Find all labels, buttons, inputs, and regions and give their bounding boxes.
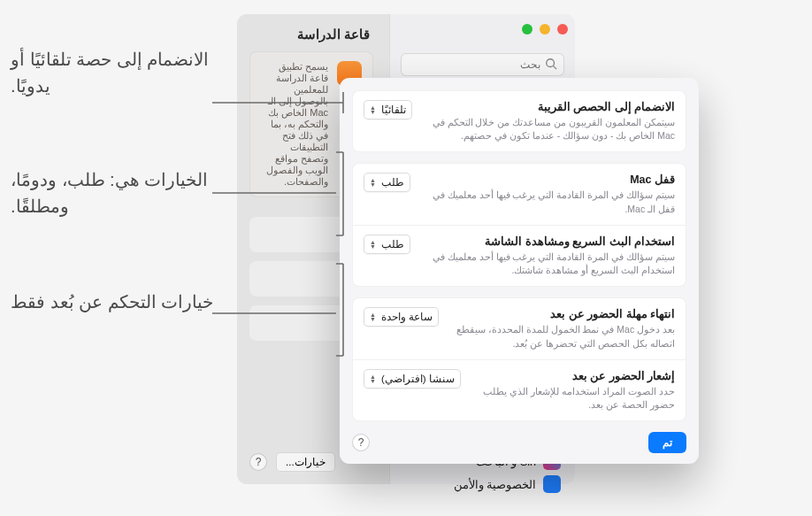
row-title: الانضمام إلى الحصص القريبة: [423, 100, 675, 113]
callout-join: الانضمام إلى حصة تلقائيًا أو يدويًا.: [11, 46, 214, 99]
row-description: سيتم سؤالك في المرة القادمة التي يرغب في…: [421, 189, 675, 215]
stepper-icon: ▲▼: [370, 178, 376, 187]
modal-group: قفل Macسيتم سؤالك في المرة القادمة التي …: [352, 163, 686, 287]
select-value: تلقائيًا: [381, 104, 406, 116]
callout-remote: خيارات التحكم عن بُعد فقط: [11, 289, 213, 315]
help-icon[interactable]: ?: [352, 434, 370, 451]
modal-row: الانضمام إلى الحصص القريبةسيتمكن المعلمو…: [353, 91, 686, 151]
modal-group: الانضمام إلى الحصص القريبةسيتمكن المعلمو…: [352, 90, 686, 152]
row-description: بعد دخول Mac في نمط الخمول للمدة المحددة…: [449, 323, 675, 350]
row-select[interactable]: طلب▲▼: [364, 173, 410, 192]
row-title: انتهاء مهلة الحضور عن بعد: [449, 307, 675, 320]
modal-footer: تم?: [352, 432, 686, 453]
modal-row: انتهاء مهلة الحضور عن بعدبعد دخول Mac في…: [353, 298, 686, 358]
row-select[interactable]: ساعة واحدة▲▼: [364, 307, 439, 327]
stepper-icon: ▲▼: [370, 240, 376, 249]
options-modal: الانضمام إلى الحصص القريبةسيتمكن المعلمو…: [340, 78, 699, 464]
row-select[interactable]: تلقائيًا▲▼: [364, 100, 412, 119]
select-value: ساعة واحدة: [381, 311, 433, 323]
modal-row: إشعار الحضور عن بعدحدد الصوت المراد استخ…: [353, 359, 686, 420]
stepper-icon: ▲▼: [370, 312, 376, 321]
stepper-icon: ▲▼: [370, 105, 376, 114]
row-title: قفل Mac: [421, 173, 675, 186]
stepper-icon: ▲▼: [370, 374, 376, 383]
select-value: سنشا (افتراضي): [381, 373, 455, 385]
row-title: إشعار الحضور عن بعد: [471, 369, 675, 382]
modal-row: استخدام البث السريع ومشاهدة الشاشةسيتم س…: [353, 225, 686, 286]
row-description: سيتم سؤالك في المرة القادمة التي يرغب في…: [421, 250, 675, 277]
done-button[interactable]: تم: [648, 432, 686, 453]
callout-choices: الخيارات هي: طلب، ودومًا، ومطلقًا.: [11, 166, 214, 219]
row-description: سيتمكن المعلمون القريبون من مساعدتك من خ…: [423, 116, 675, 142]
modal-group: انتهاء مهلة الحضور عن بعدبعد دخول Mac في…: [352, 297, 686, 421]
row-title: استخدام البث السريع ومشاهدة الشاشة: [421, 235, 675, 248]
row-description: حدد الصوت المراد استخدامه للإشعار الذي ي…: [471, 385, 675, 412]
modal-row: قفل Macسيتم سؤالك في المرة القادمة التي …: [353, 164, 686, 224]
select-value: طلب: [381, 238, 404, 250]
row-select[interactable]: طلب▲▼: [364, 235, 410, 254]
select-value: طلب: [381, 176, 404, 189]
row-select[interactable]: سنشا (افتراضي)▲▼: [364, 369, 461, 389]
